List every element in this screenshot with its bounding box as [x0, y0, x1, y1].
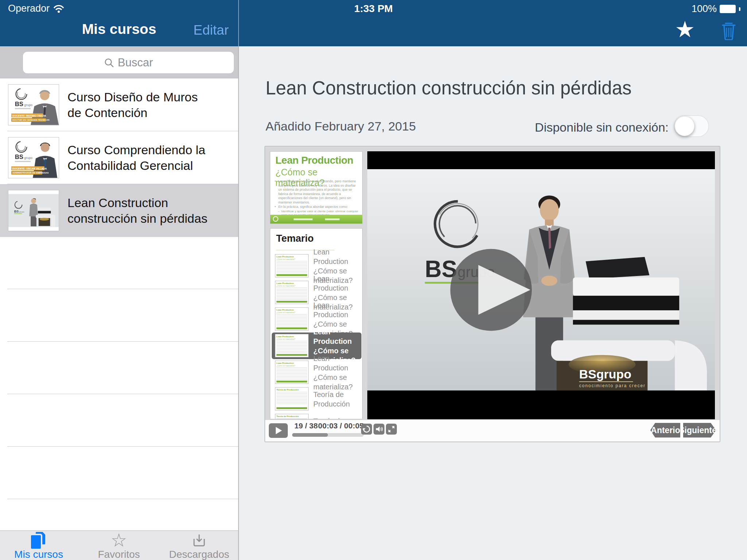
search-icon	[104, 58, 114, 68]
toggle-knob	[675, 116, 694, 136]
temario-slide-thumbnail: Lean Production ¿Cómo se materializa?	[275, 307, 309, 331]
courses-pages-icon	[0, 532, 77, 548]
course-title: Curso Comprendiendo la Contabilidad Gere…	[67, 131, 232, 184]
course-thumbnail: BS grupo DOCENTE: MAXIMO TRISTA DOCTOR E…	[8, 84, 59, 125]
svg-text:ADMINISTRADOR DE EMPRESAS: ADMINISTRADOR DE EMPRESAS	[12, 171, 49, 174]
replay-button[interactable]	[361, 424, 372, 435]
time-display: 00:03 / 00:05	[318, 421, 364, 430]
temario-item[interactable]: Teoría de Producción Teoría de Producció…	[272, 412, 361, 419]
temario-item-label: Teoría de Producción	[313, 416, 361, 420]
course-thumbnail: BS grupo DOCENTE: OSCAR VILLADA ADMINIST…	[8, 137, 59, 178]
play-button[interactable]	[269, 423, 288, 438]
volume-button[interactable]	[374, 424, 384, 435]
svg-text:DOCENTE: MAXIMO TRISTA: DOCENTE: MAXIMO TRISTA	[12, 114, 46, 117]
current-slide-preview: Lean Production ¿Cómo se materializa? Le…	[270, 151, 363, 224]
battery-icon	[720, 5, 736, 13]
svg-text:grupo: grupo	[24, 156, 32, 160]
temario-slide-thumbnail: Lean Production ¿Cómo se materializa?	[275, 361, 309, 384]
favorite-star-icon[interactable]: ★	[675, 16, 695, 43]
list-separator	[7, 446, 238, 447]
volume-icon	[375, 425, 383, 433]
search-section: Buscar	[0, 46, 238, 78]
temario-slide-thumbnail: Teoría de Producción	[275, 414, 309, 419]
course-list: BS grupo DOCENTE: MAXIMO TRISTA DOCTOR E…	[0, 78, 238, 530]
course-row-muros[interactable]: BS grupo DOCENTE: MAXIMO TRISTA DOCTOR E…	[0, 78, 238, 131]
tab-mis-cursos[interactable]: Mis cursos	[0, 532, 77, 560]
status-battery: 100%	[692, 3, 740, 15]
svg-text:DOCTOR EN CIENCIAS TÉCNICAS: DOCTOR EN CIENCIAS TÉCNICAS	[12, 118, 50, 121]
svg-text:grupo: grupo	[19, 211, 24, 213]
fullscreen-button[interactable]	[386, 424, 397, 435]
play-icon	[276, 427, 282, 434]
svg-text:conocimiento para crecer: conocimiento para crecer	[579, 383, 646, 388]
video-progress-fill	[292, 433, 328, 437]
battery-percent: 100%	[692, 3, 717, 15]
slide-bullet: Lean Production sigue evolucionando, per…	[275, 179, 359, 205]
temario-panel: Temario Lean Production ¿Cómo se materia…	[270, 228, 363, 419]
player-controls: 19 / 38 00:03 / 00:05	[265, 420, 720, 442]
video-frame: BS grupo	[367, 169, 715, 390]
list-separator	[7, 394, 238, 394]
edit-button[interactable]: Editar	[192, 23, 229, 38]
downloads-icon	[161, 532, 237, 548]
svg-text:BSgrupo: BSgrupo	[579, 367, 631, 381]
course-title: Curso Diseño de Muros de Contención	[67, 78, 232, 131]
temario-item[interactable]: Teoría de Producción Teoría de Producció…	[272, 386, 361, 412]
header-bar: Operador 1:33 PM 100% Mis cursos Editar …	[0, 0, 747, 46]
panel-divider	[238, 0, 239, 46]
temario-item-label: Teoría de Producción	[313, 390, 361, 409]
video-player[interactable]: BS grupo	[367, 151, 715, 419]
replay-icon	[363, 425, 371, 433]
course-row-contabilidad[interactable]: BS grupo DOCENTE: OSCAR VILLADA ADMINIST…	[0, 131, 238, 184]
temario-header: Temario	[276, 233, 314, 244]
list-separator	[7, 499, 238, 499]
panel-divider	[238, 46, 239, 560]
tab-favoritos[interactable]: ☆ Favoritos	[81, 532, 157, 560]
app-screen: Operador 1:33 PM 100% Mis cursos Editar …	[0, 0, 747, 560]
offline-toggle-label: Disponible sin conexión:	[535, 120, 669, 135]
seek-bar[interactable]	[292, 433, 364, 437]
temario-slide-thumbnail: Lean Production ¿Cómo se materializa?	[275, 334, 309, 357]
page-title: Lean Construction construcción sin pérdi…	[266, 77, 703, 99]
temario-slide-thumbnail: Lean Production ¿Cómo se materializa?	[275, 254, 309, 277]
svg-text:BS: BS	[15, 153, 23, 160]
list-separator	[7, 289, 238, 289]
svg-text:DOCENTE: OSCAR VILLADA: DOCENTE: OSCAR VILLADA	[12, 167, 47, 170]
tab-descargados[interactable]: Descargados	[161, 532, 237, 560]
tab-bar: Mis cursos ☆ Favoritos Descargados	[0, 530, 238, 560]
search-placeholder: Buscar	[118, 56, 153, 69]
fullscreen-icon	[387, 425, 395, 433]
temario-slide-thumbnail: Lean Production ¿Cómo se materializa?	[275, 281, 309, 304]
added-date: Añadido February 27, 2015	[266, 119, 416, 133]
lesson-player: Lean Production ¿Cómo se materializa? Le…	[264, 146, 720, 442]
previous-button[interactable]: Anterior	[650, 423, 680, 438]
temario-list: Lean Production ¿Cómo se materializa? Le…	[270, 253, 363, 419]
play-overlay-icon	[450, 249, 532, 331]
svg-text:BS: BS	[14, 210, 19, 213]
course-row-lean-construction[interactable]: BS grupo Lean Construction con	[0, 184, 238, 237]
slide-counter: 19 / 38	[294, 421, 318, 430]
svg-text:BS: BS	[15, 101, 23, 108]
temario-item[interactable]: Lean Production ¿Cómo se materializa? Le…	[272, 359, 361, 386]
slide-bullet: En la práctica, significa abordar aspect…	[275, 205, 359, 209]
course-thumbnail: BS grupo	[8, 190, 59, 231]
course-title: Lean Construction construcción sin pérdi…	[67, 184, 232, 237]
next-button[interactable]: Siguiente	[683, 423, 716, 438]
slide-footer	[270, 215, 362, 223]
svg-text:grupo: grupo	[24, 103, 32, 107]
temario-slide-thumbnail: Teoría de Producción	[275, 387, 309, 411]
slide-footer-logo	[273, 216, 278, 222]
search-input[interactable]: Buscar	[23, 52, 234, 73]
status-time: 1:33 PM	[0, 3, 747, 15]
trash-icon[interactable]	[720, 20, 737, 42]
offline-toggle[interactable]	[674, 115, 709, 137]
favorites-star-icon: ☆	[81, 532, 157, 548]
list-separator	[7, 341, 238, 342]
slide-title: Lean Production	[275, 155, 353, 166]
